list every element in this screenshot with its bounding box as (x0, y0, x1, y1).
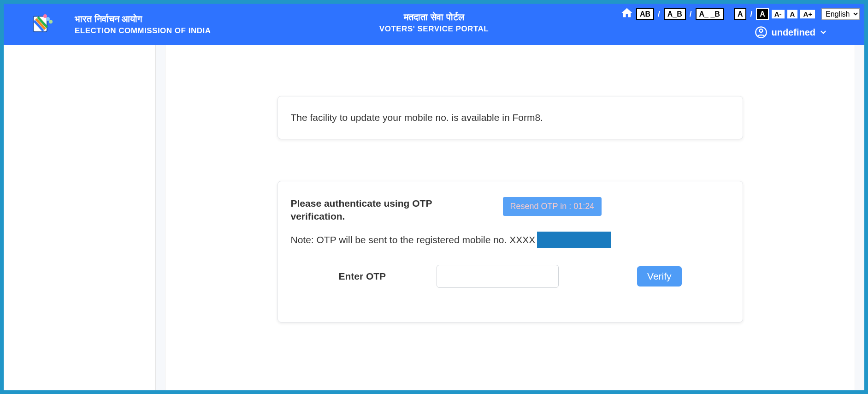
svg-point-8 (760, 29, 763, 32)
resend-prefix: Resend OTP in : (510, 202, 574, 211)
main-content: The facility to update your mobile no. i… (156, 45, 864, 390)
letter-spacing-1-button[interactable]: AB (636, 8, 654, 20)
user-name-label: undefined (771, 27, 815, 38)
separator: / (690, 10, 692, 19)
info-card-text: The facility to update your mobile no. i… (291, 112, 730, 123)
separator: / (750, 10, 752, 19)
accessibility-toolbar: AB / A_B / A_ _B A / A A- A A+ English (620, 6, 860, 22)
contrast-normal-button[interactable]: A (734, 8, 747, 20)
otp-note-line: Note: OTP will be sent to the registered… (291, 232, 730, 248)
otp-instruction: Please authenticate using OTP verificati… (291, 197, 448, 223)
font-normal-button[interactable]: A (787, 10, 798, 18)
eci-logo (27, 10, 56, 39)
font-increase-button[interactable]: A+ (800, 10, 815, 18)
home-icon[interactable] (620, 6, 633, 22)
brand-left-english: ELECTION COMMISSION OF INDIA (75, 26, 211, 36)
resend-timer: 01:24 (573, 202, 594, 211)
otp-card: Please authenticate using OTP verificati… (278, 181, 743, 322)
language-select[interactable]: English (821, 8, 860, 20)
header-bar: भारत निर्वाचन आयोग ELECTION COMMISSION O… (4, 4, 864, 45)
brand-text-left: भारत निर्वाचन आयोग ELECTION COMMISSION O… (75, 14, 211, 36)
svg-point-5 (46, 17, 50, 21)
letter-spacing-2-button[interactable]: A_B (664, 8, 686, 20)
svg-point-4 (43, 14, 47, 18)
user-menu[interactable]: undefined (755, 26, 827, 39)
letter-spacing-3-button[interactable]: A_ _B (696, 8, 724, 20)
verify-button[interactable]: Verify (637, 266, 682, 287)
resend-otp-button[interactable]: Resend OTP in : 01:24 (503, 197, 602, 216)
contrast-inverse-button[interactable]: A (756, 8, 769, 20)
account-icon (755, 26, 768, 39)
otp-note-text: Note: OTP will be sent to the registered… (291, 234, 536, 245)
brand-left-hindi: भारत निर्वाचन आयोग (75, 14, 211, 24)
brand-left: भारत निर्वाचन आयोग ELECTION COMMISSION O… (4, 4, 211, 45)
info-card-form8: The facility to update your mobile no. i… (278, 96, 743, 139)
otp-input[interactable] (437, 265, 559, 288)
brand-center: मतदाता सेवा पोर्टल VOTERS' SERVICE PORTA… (379, 12, 489, 34)
brand-center-hindi: मतदाता सेवा पोर्टल (379, 12, 489, 23)
brand-center-english: VOTERS' SERVICE PORTAL (379, 24, 489, 34)
font-decrease-button[interactable]: A- (772, 10, 785, 18)
masked-mobile-block (537, 232, 611, 248)
svg-point-6 (49, 20, 53, 24)
enter-otp-label: Enter OTP (338, 271, 386, 282)
separator: / (658, 10, 660, 19)
chevron-down-icon (819, 28, 827, 36)
sidebar (4, 45, 156, 390)
